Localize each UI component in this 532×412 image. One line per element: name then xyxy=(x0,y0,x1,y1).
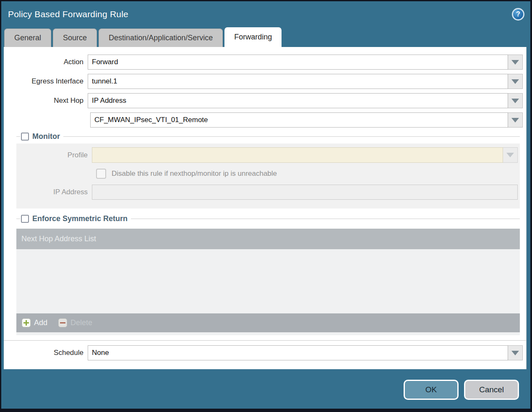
chevron-down-icon xyxy=(511,60,519,65)
egress-interface-select[interactable]: tunnel.1 xyxy=(88,74,508,89)
fieldset-line xyxy=(131,219,520,219)
next-hop-address-list-header: Next Hop Address List xyxy=(16,229,520,249)
tab-general-label: General xyxy=(14,34,41,42)
fieldset-line xyxy=(63,136,520,137)
monitor-ip-address-input-disabled xyxy=(92,185,518,200)
next-hop-address-row: CF_MWAN_IPsec_VTI_01_Remote xyxy=(4,112,526,128)
delete-button-label: Delete xyxy=(70,318,92,327)
dialog-title: Policy Based Forwarding Rule xyxy=(8,9,128,19)
ok-button[interactable]: OK xyxy=(404,380,459,400)
disable-rule-row: Disable this rule if nexthop/monitor ip … xyxy=(96,169,518,179)
tab-general[interactable]: General xyxy=(4,29,51,47)
action-label: Action xyxy=(4,58,88,66)
plus-icon xyxy=(22,318,31,327)
next-hop-address-select[interactable]: CF_MWAN_IPsec_VTI_01_Remote xyxy=(90,112,508,128)
next-hop-address-list-toolbar: Add Delete xyxy=(16,313,520,332)
help-icon[interactable]: ? xyxy=(512,8,524,21)
tab-forwarding-label: Forwarding xyxy=(234,33,272,42)
enforce-symmetric-return-checkbox[interactable] xyxy=(21,215,29,223)
help-icon-glyph: ? xyxy=(516,10,520,18)
monitor-checkbox[interactable] xyxy=(21,133,29,141)
action-dropdown-button[interactable] xyxy=(508,55,523,70)
monitor-section-head: Monitor xyxy=(16,132,520,141)
tab-destination-label: Destination/Application/Service xyxy=(109,34,213,42)
next-hop-address-list-body xyxy=(16,249,520,313)
profile-select-disabled xyxy=(92,147,503,163)
next-hop-address-list-table: Next Hop Address List Add Delete xyxy=(16,229,520,335)
fieldset-line xyxy=(16,136,20,137)
action-select[interactable]: Forward xyxy=(88,55,508,70)
table-bottom-strip xyxy=(16,332,520,335)
egress-interface-dropdown-button[interactable] xyxy=(508,74,523,89)
monitor-section-body: Profile Disable this rule if nexthop/mon… xyxy=(16,143,520,209)
disable-rule-label: Disable this rule if nexthop/monitor ip … xyxy=(112,169,277,178)
chevron-down-icon xyxy=(511,79,519,84)
monitor-ip-address-label: IP Address xyxy=(16,188,92,196)
add-button[interactable]: Add xyxy=(22,318,47,327)
tab-forwarding[interactable]: Forwarding xyxy=(224,27,282,47)
egress-interface-row: Egress Interface tunnel.1 xyxy=(4,74,526,89)
fieldset-line xyxy=(16,219,20,219)
enforce-symmetric-return-section-head: Enforce Symmetric Return xyxy=(16,214,520,223)
next-hop-type-dropdown-button[interactable] xyxy=(508,93,523,108)
egress-interface-label: Egress Interface xyxy=(4,77,88,86)
cancel-button[interactable]: Cancel xyxy=(464,380,519,400)
delete-button-disabled: Delete xyxy=(58,318,92,327)
disable-rule-checkbox-disabled xyxy=(96,169,106,179)
dialog-titlebar: Policy Based Forwarding Rule ? xyxy=(1,1,530,27)
next-hop-type-select[interactable]: IP Address xyxy=(88,93,508,108)
schedule-select[interactable]: None xyxy=(88,345,508,360)
action-row: Action Forward xyxy=(4,55,526,70)
schedule-row: Schedule None xyxy=(4,345,526,360)
profile-dropdown-button-disabled xyxy=(503,147,518,163)
monitor-ip-address-row: IP Address xyxy=(16,185,518,200)
chevron-down-icon xyxy=(511,351,519,355)
profile-label: Profile xyxy=(16,151,92,159)
forwarding-tab-panel: Action Forward Egress Interface tunnel.1… xyxy=(4,47,527,369)
chevron-down-icon xyxy=(511,118,519,123)
next-hop-address-list-header-label: Next Hop Address List xyxy=(21,235,96,243)
next-hop-row: Next Hop IP Address xyxy=(4,93,526,108)
section-divider xyxy=(4,340,526,341)
dialog-footer: OK Cancel xyxy=(1,369,530,409)
schedule-dropdown-button[interactable] xyxy=(508,345,523,360)
chevron-down-icon xyxy=(511,99,519,103)
tab-source[interactable]: Source xyxy=(53,29,97,47)
enforce-symmetric-return-title: Enforce Symmetric Return xyxy=(32,214,128,223)
monitor-section-title: Monitor xyxy=(32,132,60,141)
next-hop-label: Next Hop xyxy=(4,96,88,105)
chevron-down-icon xyxy=(506,153,514,157)
next-hop-address-dropdown-button[interactable] xyxy=(508,112,523,128)
tab-destination-application-service[interactable]: Destination/Application/Service xyxy=(99,29,223,47)
tab-bar: General Source Destination/Application/S… xyxy=(1,27,530,47)
add-button-label: Add xyxy=(34,318,47,327)
tab-source-label: Source xyxy=(63,34,87,42)
schedule-label: Schedule xyxy=(4,349,88,357)
minus-icon xyxy=(58,318,67,327)
profile-row: Profile xyxy=(16,147,518,163)
